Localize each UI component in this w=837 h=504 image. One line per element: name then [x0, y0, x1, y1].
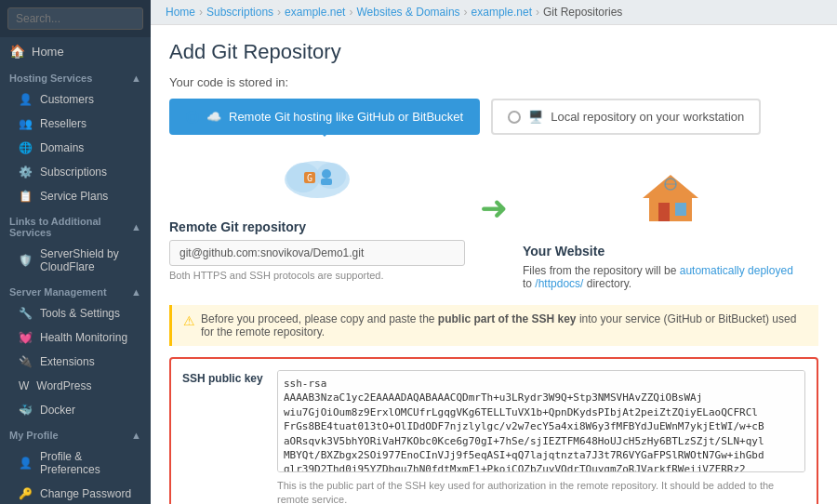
website-desc-1: Files from the repository will be: [523, 264, 676, 277]
sidebar-item-wordpress[interactable]: W WordPress: [0, 374, 151, 398]
svg-rect-6: [321, 179, 332, 185]
sidebar-label-domains: Domains: [40, 141, 84, 154]
ssh-key-box: SSH public key This is the public part o…: [169, 357, 818, 504]
breadcrumb-subscriptions[interactable]: Subscriptions: [206, 6, 273, 19]
svg-point-2: [316, 163, 346, 189]
sidebar-item-resellers[interactable]: 👥 Resellers: [0, 112, 151, 136]
sidebar-item-tools[interactable]: 🔧 Tools & Settings: [0, 301, 151, 325]
svg-rect-9: [675, 203, 686, 216]
wordpress-icon: W: [19, 379, 29, 392]
website-dir-label: directory.: [587, 277, 631, 290]
breadcrumb-websites-domains[interactable]: Websites & Domains: [356, 6, 459, 19]
docker-icon: 🐳: [19, 404, 33, 417]
subscriptions-icon: ⚙️: [19, 166, 33, 179]
ssh-key-area: This is the public part of the SSH key u…: [277, 370, 805, 504]
repo-illustration: G: [169, 152, 465, 210]
repo-left-panel: G Remote Git repository Both HTTPS and S…: [169, 152, 465, 281]
domains-icon: 🌐: [19, 141, 33, 154]
ssh-row: SSH public key This is the public part o…: [182, 370, 805, 504]
sidebar-label-change-password: Change Password: [40, 487, 131, 500]
repo-label: Remote Git repository: [169, 219, 465, 234]
breadcrumb-sep-1: ›: [199, 6, 203, 19]
sidebar-label-profile: Profile & Preferences: [40, 450, 141, 476]
sidebar-label-extensions: Extensions: [40, 355, 95, 368]
svg-rect-8: [658, 203, 670, 221]
hosting-services-label: Hosting Services: [9, 73, 92, 84]
chevron-up-icon-2: ▲: [131, 221, 141, 232]
warning-icon: ⚠: [183, 313, 195, 328]
profile-icon: 👤: [19, 457, 33, 470]
repo-url-input[interactable]: [169, 240, 465, 266]
sidebar-item-health[interactable]: 💓 Health Monitoring: [0, 325, 151, 350]
website-to-label: to: [523, 277, 532, 290]
sidebar-section-links: Links to Additional Services ▲: [0, 208, 151, 242]
cloud-icon: ☁️: [206, 110, 221, 124]
sidebar-item-home[interactable]: 🏠 Home: [0, 37, 151, 65]
arrow-area: ➜: [480, 152, 508, 228]
warning-box: ⚠ Before you proceed, please copy and pa…: [169, 305, 818, 346]
sidebar-item-profile-prefs[interactable]: 👤 Profile & Preferences: [0, 444, 151, 482]
chevron-up-icon-3: ▲: [131, 286, 141, 298]
sidebar-label-servershield: ServerShield by CloudFlare: [40, 247, 141, 273]
password-icon: 🔑: [19, 487, 33, 500]
content-area: Add Git Repository Your code is stored i…: [151, 25, 837, 504]
httpdocs-link[interactable]: /httpdocs/: [535, 277, 583, 290]
sidebar-label-tools: Tools & Settings: [40, 307, 120, 320]
monitor-icon: 🖥️: [528, 110, 543, 124]
auto-deploy-link[interactable]: automatically deployed: [680, 264, 793, 277]
sidebar-item-change-password[interactable]: 🔑 Change Password: [0, 482, 151, 504]
service-plans-icon: 📋: [19, 190, 33, 203]
sidebar-item-service-plans[interactable]: 📋 Service Plans: [0, 184, 151, 208]
your-code-label: Your code is stored in:: [169, 75, 818, 89]
sidebar-section-profile: My Profile ▲: [0, 422, 151, 444]
sidebar-item-extensions[interactable]: 🔌 Extensions: [0, 350, 151, 374]
sidebar-item-servershield[interactable]: 🛡️ ServerShield by CloudFlare: [0, 242, 151, 279]
option-local-repo[interactable]: 🖥️ Local repository on your workstation: [491, 99, 761, 135]
option-remote-git[interactable]: ☁️ Remote Git hosting like GitHub or Bit…: [169, 99, 480, 135]
page-title: Add Git Repository: [169, 40, 818, 64]
breadcrumb-sep-4: ›: [464, 6, 468, 19]
resellers-icon: 👥: [19, 117, 33, 130]
option-remote-label: Remote Git hosting like GitHub or BitBuc…: [229, 110, 463, 124]
home-icon: 🏠: [9, 44, 24, 59]
my-profile-label: My Profile: [9, 430, 59, 441]
ssh-key-textarea[interactable]: [277, 370, 805, 472]
breadcrumb-sep-5: ›: [536, 6, 539, 19]
sidebar-item-subscriptions[interactable]: ⚙️ Subscriptions: [0, 160, 151, 184]
breadcrumb-home[interactable]: Home: [166, 6, 195, 19]
server-mgmt-label: Server Management: [9, 286, 107, 298]
breadcrumb-example-net-2[interactable]: example.net: [472, 6, 532, 19]
sidebar: 🏠 Home Hosting Services ▲ 👤 Customers 👥 …: [0, 0, 151, 504]
sidebar-section-server-mgmt: Server Management ▲: [0, 279, 151, 301]
sidebar-item-docker[interactable]: 🐳 Docker: [0, 398, 151, 422]
breadcrumb-git-repos: Git Repositories: [543, 6, 622, 19]
breadcrumb-example-net-1[interactable]: example.net: [285, 6, 345, 19]
option-local-label: Local repository on your workstation: [551, 110, 744, 124]
website-desc: Files from the repository will be automa…: [523, 264, 818, 277]
repo-section: G Remote Git repository Both HTTPS and S…: [169, 152, 818, 290]
website-panel: Your Website Files from the repository w…: [523, 152, 818, 290]
sidebar-label-customers: Customers: [40, 93, 94, 106]
sidebar-label-home: Home: [32, 45, 64, 59]
sidebar-label-subscriptions: Subscriptions: [40, 166, 107, 179]
sidebar-label-docker: Docker: [40, 404, 75, 417]
main-content: Home › Subscriptions › example.net › Web…: [151, 0, 837, 504]
ssh-key-hint: This is the public part of the SSH key u…: [277, 479, 805, 504]
house-svg: [638, 170, 703, 226]
sidebar-label-health: Health Monitoring: [40, 331, 127, 344]
website-label: Your Website: [523, 244, 818, 259]
sidebar-section-hosting: Hosting Services ▲: [0, 65, 151, 87]
sidebar-item-customers[interactable]: 👤 Customers: [0, 87, 151, 112]
warning-text: Before you proceed, please copy and past…: [201, 312, 807, 338]
links-label: Links to Additional Services: [9, 216, 131, 238]
arrow-right-icon: ➜: [480, 189, 508, 228]
website-illustration: [523, 170, 818, 236]
breadcrumb: Home › Subscriptions › example.net › Web…: [151, 0, 837, 25]
search-input[interactable]: [7, 7, 143, 30]
sidebar-label-wordpress: WordPress: [36, 379, 91, 392]
extensions-icon: 🔌: [19, 355, 33, 368]
shield-icon: 🛡️: [19, 254, 33, 267]
sidebar-item-domains[interactable]: 🌐 Domains: [0, 136, 151, 160]
storage-options: ☁️ Remote Git hosting like GitHub or Bit…: [169, 99, 818, 135]
svg-text:G: G: [307, 173, 312, 183]
